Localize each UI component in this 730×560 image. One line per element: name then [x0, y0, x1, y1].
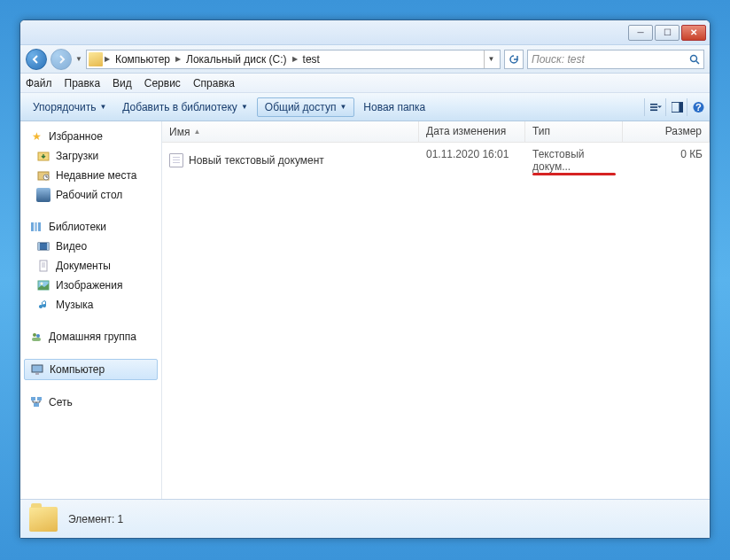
refresh-button[interactable]	[504, 50, 524, 69]
chevron-down-icon: ▼	[339, 103, 346, 111]
col-size[interactable]: Размер	[623, 121, 710, 142]
menu-edit[interactable]: Правка	[65, 77, 101, 89]
sort-indicator-icon: ▲	[193, 128, 200, 136]
svg-rect-3	[650, 109, 657, 111]
svg-rect-16	[47, 243, 49, 250]
file-date-cell: 01.11.2020 16:01	[419, 146, 525, 175]
file-name-cell: Новый текстовый документ	[162, 146, 419, 175]
documents-icon	[36, 259, 50, 273]
svg-rect-17	[40, 261, 47, 271]
sidebar-downloads[interactable]: Загрузки	[20, 146, 161, 166]
back-button[interactable]	[26, 49, 47, 70]
desktop-icon	[36, 188, 50, 202]
breadcrumb-item-drive[interactable]: Локальный диск (C:)	[182, 53, 291, 66]
svg-rect-12	[35, 222, 37, 231]
menu-view[interactable]: Вид	[113, 77, 132, 89]
add-to-library-button[interactable]: Добавить в библиотеку▼	[115, 98, 254, 116]
sidebar-pictures[interactable]: Изображения	[20, 276, 161, 295]
svg-rect-23	[32, 365, 43, 372]
folder-icon	[29, 507, 58, 532]
arrow-left-icon	[32, 55, 41, 64]
menu-file[interactable]: Файл	[26, 77, 52, 89]
svg-point-20	[33, 333, 36, 337]
svg-rect-24	[35, 373, 39, 375]
svg-text:?: ?	[695, 101, 702, 112]
navbar: ▼ ▶ Компьютер ▶ Локальный диск (C:) ▶ te…	[20, 45, 710, 74]
sidebar-music[interactable]: Музыка	[20, 295, 161, 315]
svg-rect-13	[38, 222, 41, 231]
toolbar: Упорядочить▼ Добавить в библиотеку▼ Общи…	[20, 93, 710, 121]
sidebar-computer[interactable]: Компьютер	[24, 359, 158, 380]
explorer-window: ─ ☐ ✕ ▼ ▶ Компьютер ▶ Локальный диск (C:…	[19, 19, 711, 539]
sidebar-favorites[interactable]: ★Избранное	[20, 127, 161, 146]
forward-button[interactable]	[50, 49, 72, 70]
svg-point-19	[41, 283, 43, 285]
svg-rect-15	[38, 243, 40, 250]
body: ★Избранное Загрузки Недавние места Рабоч…	[20, 121, 710, 499]
svg-rect-1	[650, 103, 657, 105]
search-input[interactable]: Поиск: test	[527, 50, 704, 69]
search-placeholder: Поиск: test	[532, 53, 585, 66]
svg-rect-11	[31, 222, 34, 231]
svg-point-21	[36, 334, 40, 338]
breadcrumb[interactable]: ▶ Компьютер ▶ Локальный диск (C:) ▶ test…	[86, 50, 501, 69]
col-type[interactable]: Тип	[525, 121, 623, 142]
pictures-icon	[36, 278, 50, 292]
minimize-button[interactable]: ─	[628, 25, 653, 41]
computer-icon	[30, 362, 44, 377]
sidebar-desktop[interactable]: Рабочий стол	[20, 185, 161, 205]
star-icon: ★	[29, 129, 43, 144]
view-options-button[interactable]	[644, 98, 662, 116]
content-pane: Имя▲ Дата изменения Тип Размер Новый тек…	[162, 121, 710, 499]
preview-pane-button[interactable]	[665, 98, 683, 116]
video-icon	[36, 239, 50, 253]
col-date[interactable]: Дата изменения	[419, 121, 525, 142]
share-button[interactable]: Общий доступ▼	[257, 97, 355, 117]
text-file-icon	[169, 153, 183, 167]
svg-rect-22	[32, 338, 41, 341]
menu-tools[interactable]: Сервис	[144, 77, 181, 89]
sidebar-network[interactable]: Сеть	[20, 393, 161, 412]
chevron-down-icon: ▼	[99, 103, 106, 111]
chevron-right-icon: ▶	[292, 55, 298, 63]
svg-rect-26	[37, 397, 42, 401]
svg-rect-5	[679, 102, 683, 112]
breadcrumb-item-computer[interactable]: Компьютер	[112, 53, 174, 66]
titlebar: ─ ☐ ✕	[20, 20, 710, 45]
status-text: Элемент: 1	[68, 513, 123, 525]
libraries-icon	[29, 220, 43, 234]
menu-help[interactable]: Справка	[193, 77, 235, 89]
svg-rect-2	[650, 106, 657, 108]
search-icon	[689, 54, 700, 65]
maximize-button[interactable]: ☐	[655, 25, 680, 41]
music-icon	[36, 298, 50, 312]
sidebar-recent[interactable]: Недавние места	[20, 166, 161, 185]
sidebar-videos[interactable]: Видео	[20, 237, 161, 256]
statusbar: Элемент: 1	[20, 499, 710, 538]
homegroup-icon	[29, 330, 43, 344]
annotation-underline	[532, 173, 616, 175]
network-icon	[29, 395, 43, 409]
sidebar-homegroup[interactable]: Домашняя группа	[20, 327, 161, 346]
file-row[interactable]: Новый текстовый документ 01.11.2020 16:0…	[162, 143, 710, 178]
downloads-icon	[36, 149, 50, 163]
col-name[interactable]: Имя▲	[162, 121, 419, 142]
file-type-cell: Текстовый докум...	[525, 146, 623, 175]
breadcrumb-item-folder[interactable]: test	[299, 53, 323, 66]
folder-icon	[89, 52, 103, 66]
refresh-icon	[509, 54, 519, 65]
sidebar-documents[interactable]: Документы	[20, 256, 161, 276]
recent-icon	[36, 168, 50, 183]
sidebar: ★Избранное Загрузки Недавние места Рабоч…	[20, 121, 162, 499]
help-button[interactable]: ?	[687, 98, 704, 116]
svg-point-0	[691, 55, 697, 61]
breadcrumb-dropdown[interactable]: ▼	[484, 51, 498, 68]
close-button[interactable]: ✕	[681, 25, 706, 41]
new-folder-button[interactable]: Новая папка	[356, 98, 432, 116]
chevron-right-icon: ▶	[105, 55, 110, 63]
organize-button[interactable]: Упорядочить▼	[26, 98, 113, 116]
svg-rect-27	[34, 403, 39, 407]
sidebar-libraries[interactable]: Библиотеки	[20, 217, 161, 237]
chevron-down-icon: ▼	[241, 103, 248, 111]
nav-history-dropdown[interactable]: ▼	[75, 55, 82, 63]
